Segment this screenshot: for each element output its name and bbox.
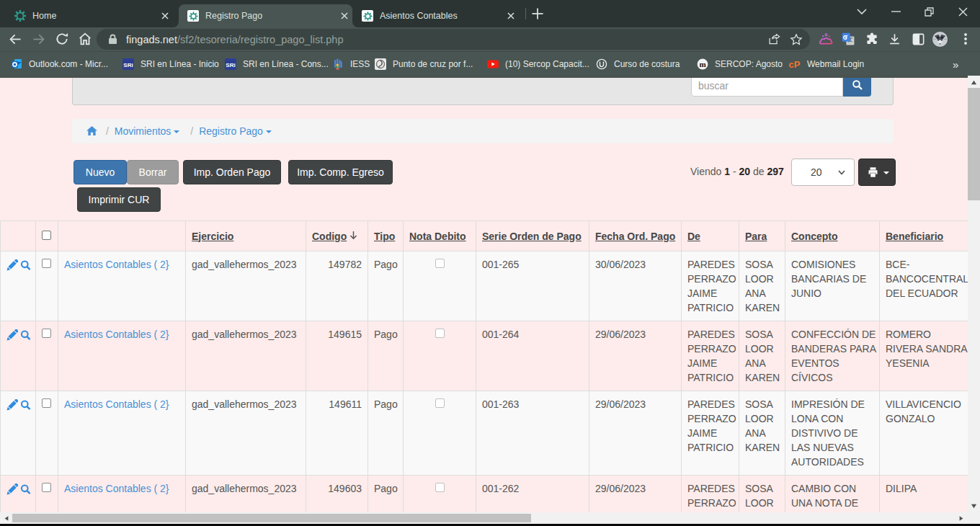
- svg-text:SRi: SRi: [123, 62, 133, 68]
- svg-text:cP: cP: [789, 59, 801, 70]
- svg-text:m: m: [699, 60, 705, 68]
- svg-text:SRi: SRi: [226, 62, 235, 68]
